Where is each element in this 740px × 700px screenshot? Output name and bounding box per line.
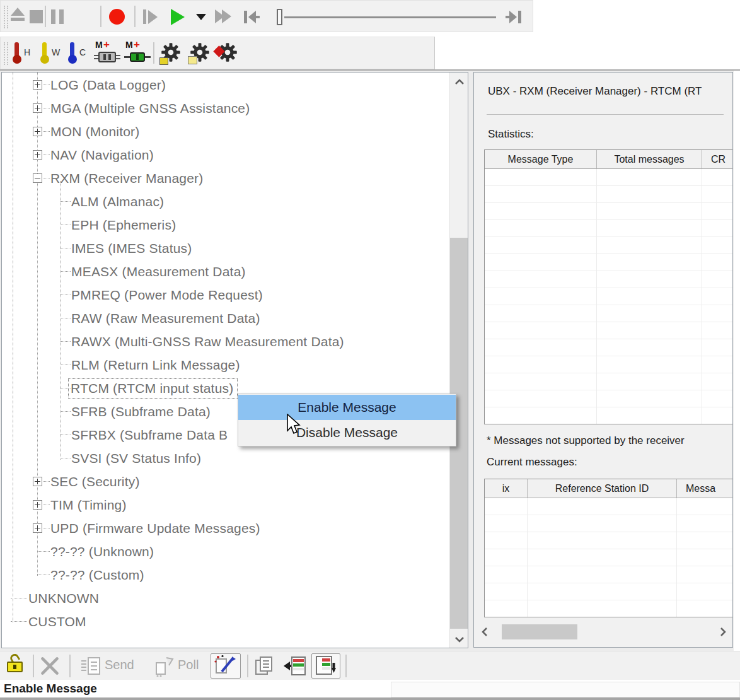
- tree-item-upd[interactable]: UPD (Firmware Update Messages): [2, 516, 449, 540]
- tree-item-??-??[interactable]: ??-?? (Unknown): [2, 540, 449, 563]
- warm-start-button[interactable]: W: [38, 42, 64, 65]
- tree-item-mon[interactable]: MON (Monitor): [2, 120, 449, 143]
- scroll-left-button[interactable]: [477, 622, 492, 641]
- column-header[interactable]: Message Type: [485, 150, 597, 168]
- tree-item-custom[interactable]: CUSTOM: [2, 610, 449, 633]
- horizontal-scrollbar[interactable]: [477, 622, 731, 641]
- expand-plus-toggle[interactable]: [33, 127, 42, 136]
- hot-start-button[interactable]: H: [11, 42, 36, 65]
- tree-item-nav[interactable]: NAV (Navigation): [2, 143, 449, 166]
- fast-forward-button[interactable]: [215, 9, 231, 26]
- column-header[interactable]: Reference Station ID: [528, 479, 677, 498]
- poll-button[interactable]: [154, 655, 175, 679]
- tree-item-label[interactable]: CUSTOM: [28, 610, 86, 633]
- column-header[interactable]: Total messages: [597, 150, 702, 168]
- send-button[interactable]: [81, 655, 102, 679]
- tree-item-label[interactable]: UPD (Firmware Update Messages): [50, 516, 260, 540]
- tree-item-label[interactable]: TIM (Timing): [50, 493, 127, 516]
- lock-open-button[interactable]: [6, 655, 25, 676]
- tree-item-label[interactable]: UNKNOWN: [28, 586, 99, 610]
- play-options-dropdown[interactable]: [196, 14, 206, 20]
- step-forward-button[interactable]: [143, 9, 158, 24]
- tree-item-label[interactable]: EPH (Ephemeris): [71, 213, 176, 236]
- hotkey-message-gray-button[interactable]: M +: [94, 42, 122, 66]
- playback-position-slider[interactable]: [284, 16, 496, 18]
- tree-item-rxm[interactable]: RXM (Receiver Manager): [2, 166, 449, 190]
- skip-to-end-button[interactable]: [505, 10, 523, 24]
- column-header[interactable]: CR: [702, 150, 733, 168]
- tree-item-eph[interactable]: EPH (Ephemeris): [2, 213, 449, 236]
- tree-item-tim[interactable]: TIM (Timing): [2, 493, 449, 516]
- delete-x-button[interactable]: [40, 656, 59, 675]
- tree-item-rlm[interactable]: RLM (Return Link Message): [2, 353, 449, 376]
- pause-button[interactable]: [51, 9, 64, 26]
- tree-item-label[interactable]: IMES (IMES Status): [71, 236, 192, 260]
- tree-item-label[interactable]: RLM (Return Link Message): [71, 353, 240, 376]
- tree-item-label[interactable]: RAWX (Multi-GNSS Raw Measurement Data): [71, 330, 344, 353]
- current-messages-table[interactable]: ixReference Station IDMessa: [484, 479, 733, 617]
- slider-handle[interactable]: [277, 9, 282, 25]
- copy-pages-button[interactable]: [253, 655, 275, 677]
- tree-item-imes[interactable]: IMES (IMES Status): [2, 236, 449, 260]
- scrollbar-thumb[interactable]: [502, 624, 577, 639]
- hotkey-message-green-button[interactable]: M +: [124, 42, 152, 66]
- tree-item-label[interactable]: ??-?? (Unknown): [50, 540, 154, 563]
- tree-item-sec[interactable]: SEC (Security): [2, 470, 449, 493]
- tree-item-label[interactable]: SFRB (Subframe Data): [71, 400, 211, 423]
- tree-item-label[interactable]: RXM (Receiver Manager): [50, 166, 203, 190]
- tree-item-mga[interactable]: MGA (Multiple GNSS Assistance): [2, 96, 449, 120]
- tree-item-label[interactable]: SFRBX (Subframe Data B: [71, 423, 228, 446]
- scroll-right-button[interactable]: [715, 622, 731, 641]
- play-button[interactable]: [171, 9, 185, 25]
- menu-item-disable-message[interactable]: Disable Message: [238, 420, 456, 445]
- stop-button[interactable]: [30, 10, 43, 23]
- tree-item-pmreq[interactable]: PMREQ (Power Mode Request): [2, 283, 449, 306]
- tree-item-svsi[interactable]: SVSI (SV Status Info): [2, 446, 449, 470]
- eject-button[interactable]: [11, 8, 25, 21]
- collapse-minus-toggle[interactable]: [33, 173, 42, 183]
- tree-item-label[interactable]: MEASX (Measurement Data): [71, 260, 246, 283]
- scroll-down-button[interactable]: [450, 630, 468, 648]
- cold-start-button[interactable]: C: [66, 42, 91, 65]
- dock-view-left-button[interactable]: [282, 655, 306, 677]
- expand-plus-toggle[interactable]: [33, 500, 42, 510]
- tree-item-label[interactable]: ALM (Almanac): [71, 190, 164, 213]
- tree-item-label[interactable]: MON (Monitor): [50, 120, 139, 143]
- tree-item-label[interactable]: ??-?? (Custom): [50, 563, 144, 586]
- column-header[interactable]: ix: [485, 479, 528, 498]
- skip-to-start-button[interactable]: [243, 10, 260, 24]
- scroll-up-button[interactable]: [450, 73, 468, 90]
- record-button[interactable]: [109, 9, 125, 25]
- expand-plus-toggle[interactable]: [33, 103, 42, 113]
- tree-item-alm[interactable]: ALM (Almanac): [2, 190, 449, 213]
- tree-item-unknown[interactable]: UNKNOWN: [2, 586, 449, 610]
- tree-item-label[interactable]: SEC (Security): [50, 470, 140, 493]
- tree-vertical-scrollbar[interactable]: [449, 73, 468, 648]
- tree-item-rawx[interactable]: RAWX (Multi-GNSS Raw Measurement Data): [2, 330, 449, 353]
- tree-item-label[interactable]: RAW (Raw Measurement Data): [71, 306, 260, 330]
- tree-item-log[interactable]: LOG (Data Logger): [2, 73, 449, 96]
- menu-item-enable-message[interactable]: Enable Message: [238, 395, 456, 420]
- toolbar-grip[interactable]: [4, 6, 8, 28]
- gear-sync-config-button[interactable]: [217, 42, 240, 65]
- tree-item-??-??[interactable]: ??-?? (Custom): [2, 563, 449, 586]
- expand-plus-toggle[interactable]: [33, 477, 42, 486]
- expand-plus-toggle[interactable]: [33, 150, 42, 160]
- tree-item-label[interactable]: RTCM (RTCM input status): [68, 378, 238, 399]
- dock-view-bottom-toggle-button[interactable]: [311, 653, 340, 679]
- tree-item-label[interactable]: PMREQ (Power Mode Request): [71, 283, 263, 306]
- expand-plus-toggle[interactable]: [33, 523, 42, 533]
- tree-item-label[interactable]: MGA (Multiple GNSS Assistance): [50, 96, 250, 120]
- auto-poll-toggle-button[interactable]: [211, 653, 241, 679]
- tree-item-label[interactable]: SVSI (SV Status Info): [71, 446, 201, 470]
- tree-item-label[interactable]: LOG (Data Logger): [50, 73, 166, 96]
- statistics-table[interactable]: Message TypeTotal messagesCR: [484, 149, 733, 424]
- gear-note-config-button[interactable]: [190, 42, 212, 65]
- toolbar-grip[interactable]: [4, 42, 8, 65]
- expand-plus-toggle[interactable]: [33, 80, 42, 90]
- tree-item-measx[interactable]: MEASX (Measurement Data): [2, 260, 449, 283]
- gear-save-config-button[interactable]: [161, 42, 183, 65]
- tree-item-raw[interactable]: RAW (Raw Measurement Data): [2, 306, 449, 330]
- column-header[interactable]: Messa: [677, 479, 733, 498]
- tree-item-label[interactable]: NAV (Navigation): [50, 143, 154, 166]
